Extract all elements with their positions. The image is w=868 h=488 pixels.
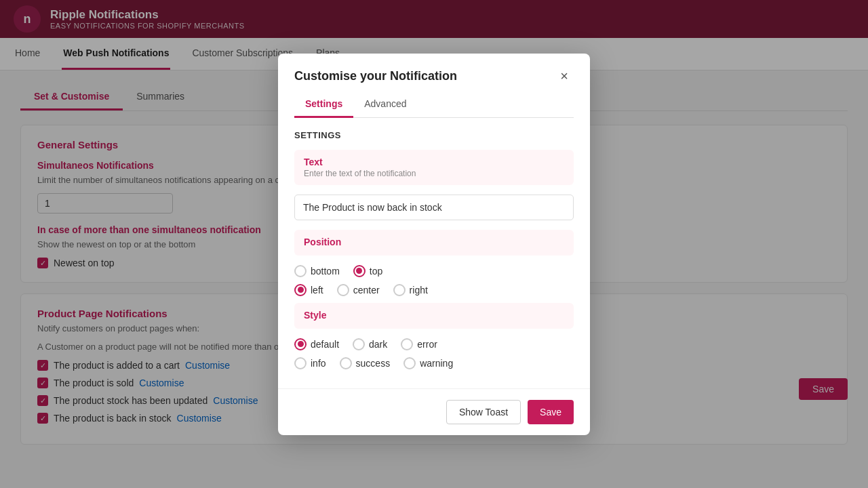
radio-warning-circle (403, 357, 416, 369)
modal-tabs: Settings Advanced (294, 92, 574, 118)
modal-overlay: Customise your Notification × Settings A… (0, 0, 868, 488)
radio-default-circle (294, 338, 307, 350)
radio-info-circle (294, 357, 307, 369)
modal-title: Customise your Notification (294, 69, 457, 83)
settings-section-header: SETTINGS (294, 130, 574, 140)
style-success-label: success (356, 358, 391, 369)
modal-body: SETTINGS Text Enter the text of the noti… (278, 118, 590, 388)
style-label: Style (304, 310, 564, 321)
radio-success-circle (340, 357, 352, 369)
modal-header: Customise your Notification × (278, 54, 590, 86)
style-info[interactable]: info (294, 357, 326, 369)
radio-left-circle (294, 284, 307, 296)
radio-right-circle (393, 284, 406, 296)
modal-close-button[interactable]: × (555, 67, 574, 86)
notification-text-input[interactable] (294, 195, 574, 220)
modal-save-button[interactable]: Save (528, 400, 574, 424)
radio-center-circle (337, 284, 349, 296)
style-warning[interactable]: warning (403, 357, 453, 369)
style-error-label: error (417, 339, 437, 350)
position-right-label: right (410, 285, 428, 296)
text-field-label: Text (304, 157, 564, 167)
style-warning-label: warning (420, 358, 453, 369)
position-field-group: Position (294, 230, 574, 256)
style-field-group: Style (294, 303, 574, 329)
modal-tab-settings[interactable]: Settings (294, 92, 353, 118)
position-row1: bottom top (294, 265, 574, 277)
text-field-group: Text Enter the text of the notification (294, 150, 574, 185)
modal-footer: Show Toast Save (278, 388, 590, 435)
position-bottom-label: bottom (311, 266, 340, 277)
customise-modal: Customise your Notification × Settings A… (278, 54, 590, 435)
position-label: Position (304, 237, 564, 247)
text-field-sublabel: Enter the text of the notification (304, 169, 564, 178)
position-bottom[interactable]: bottom (294, 265, 340, 277)
position-left[interactable]: left (294, 284, 323, 296)
radio-error-circle (401, 338, 413, 350)
style-dark-label: dark (369, 339, 387, 350)
radio-bottom-circle (294, 265, 307, 277)
style-default[interactable]: default (294, 338, 339, 350)
position-center-label: center (353, 285, 380, 296)
style-dark[interactable]: dark (353, 338, 387, 350)
radio-dark-circle (353, 338, 365, 350)
position-right[interactable]: right (393, 284, 428, 296)
style-row2: info success warning (294, 357, 574, 369)
modal-tab-advanced[interactable]: Advanced (353, 92, 417, 118)
style-error[interactable]: error (401, 338, 437, 350)
radio-top-circle (353, 265, 366, 277)
style-row1: default dark error (294, 338, 574, 350)
position-center[interactable]: center (337, 284, 380, 296)
position-row2: left center right (294, 284, 574, 296)
position-left-label: left (311, 285, 323, 296)
show-toast-button[interactable]: Show Toast (446, 400, 521, 424)
position-top-label: top (370, 266, 382, 277)
style-success[interactable]: success (340, 357, 391, 369)
position-top[interactable]: top (353, 265, 382, 277)
style-info-label: info (311, 358, 326, 369)
style-default-label: default (311, 339, 339, 350)
